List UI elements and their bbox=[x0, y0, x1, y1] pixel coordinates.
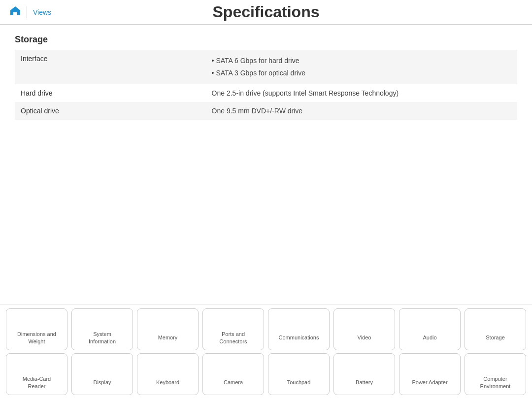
views-link[interactable]: Views bbox=[33, 8, 51, 16]
spec-label: Interface bbox=[15, 50, 206, 84]
section-title: Storage bbox=[15, 34, 517, 45]
camera-label: Camera bbox=[224, 379, 243, 386]
nav-item-camera[interactable]: Camera bbox=[202, 353, 264, 395]
memory-label: Memory bbox=[158, 334, 178, 341]
nav-item-memory[interactable]: Memory bbox=[137, 308, 199, 350]
computer-environment-label: ComputerEnvironment bbox=[480, 375, 511, 390]
nav-item-touchpad[interactable]: Touchpad bbox=[268, 353, 330, 395]
main-content: Storage InterfaceSATA 6 Gbps for hard dr… bbox=[0, 25, 532, 130]
battery-label: Battery bbox=[356, 379, 373, 386]
header: Views Specifications bbox=[0, 0, 532, 25]
page-title: Specifications bbox=[213, 3, 320, 21]
spec-label: Hard drive bbox=[15, 84, 206, 102]
spec-value: One 9.5 mm DVD+/-RW drive bbox=[206, 102, 517, 120]
home-icon[interactable] bbox=[10, 6, 21, 18]
nav-item-communications[interactable]: Communications bbox=[268, 308, 330, 350]
spec-table: InterfaceSATA 6 Gbps for hard driveSATA … bbox=[15, 50, 517, 120]
nav-row-1: Dimensions andWeightSystemInformationMem… bbox=[6, 308, 526, 350]
nav-row-2: Media-CardReaderDisplayKeyboardCameraTou… bbox=[6, 353, 526, 395]
nav-item-ports-connectors[interactable]: Ports andConnectors bbox=[202, 308, 264, 350]
nav-item-video[interactable]: Video bbox=[333, 308, 395, 350]
nav-item-keyboard[interactable]: Keyboard bbox=[137, 353, 199, 395]
nav-item-media-card-reader[interactable]: Media-CardReader bbox=[6, 353, 67, 395]
dimensions-weight-label: Dimensions andWeight bbox=[17, 331, 56, 345]
spec-label: Optical drive bbox=[15, 102, 206, 120]
ports-connectors-label: Ports andConnectors bbox=[219, 331, 247, 345]
storage-label: Storage bbox=[486, 334, 505, 341]
nav-item-computer-environment[interactable]: ComputerEnvironment bbox=[465, 353, 526, 395]
nav-item-dimensions-weight[interactable]: Dimensions andWeight bbox=[6, 308, 67, 350]
nav-item-audio[interactable]: Audio bbox=[399, 308, 461, 350]
power-adapter-label: Power Adapter bbox=[412, 379, 447, 386]
nav-item-system-information[interactable]: SystemInformation bbox=[71, 308, 133, 350]
header-left: Views bbox=[10, 6, 51, 18]
audio-label: Audio bbox=[423, 334, 436, 341]
nav-item-storage[interactable]: Storage bbox=[465, 308, 526, 350]
spec-value: One 2.5-in drive (supports Intel Smart R… bbox=[206, 84, 517, 102]
bottom-nav: Dimensions andWeightSystemInformationMem… bbox=[0, 304, 532, 402]
nav-item-display[interactable]: Display bbox=[71, 353, 133, 395]
system-information-label: SystemInformation bbox=[89, 331, 116, 345]
nav-item-battery[interactable]: Battery bbox=[333, 353, 395, 395]
nav-item-power-adapter[interactable]: Power Adapter bbox=[399, 353, 461, 395]
keyboard-label: Keyboard bbox=[156, 379, 179, 386]
spec-value: SATA 6 Gbps for hard driveSATA 3 Gbps fo… bbox=[206, 50, 517, 84]
communications-label: Communications bbox=[279, 334, 319, 341]
video-label: Video bbox=[358, 334, 371, 341]
media-card-reader-label: Media-CardReader bbox=[23, 375, 51, 390]
display-label: Display bbox=[93, 379, 111, 386]
header-divider bbox=[27, 6, 27, 18]
touchpad-label: Touchpad bbox=[287, 379, 311, 386]
